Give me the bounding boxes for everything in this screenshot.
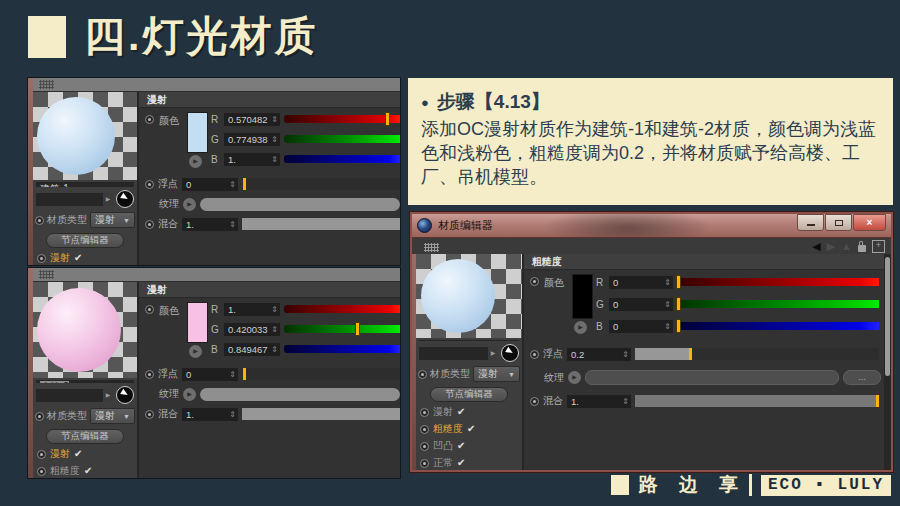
radio-icon[interactable] <box>145 410 154 419</box>
radio-icon[interactable] <box>420 425 429 434</box>
back-icon[interactable]: ◀ <box>812 241 820 252</box>
slider-handle[interactable] <box>677 298 680 310</box>
material-type-dropdown[interactable]: 漫射 ▼ <box>90 212 135 228</box>
slider-handle[interactable] <box>677 320 680 332</box>
g-value-field[interactable]: 0.420033⇕ <box>224 323 280 336</box>
channel-row-roughness[interactable]: 粗糙度 ✔ <box>37 464 137 478</box>
float-value-field[interactable]: 0⇕ <box>182 368 238 381</box>
expand-circle-icon[interactable]: ▶ <box>574 321 587 334</box>
expand-icon[interactable]: ▶ <box>103 193 113 206</box>
radio-icon[interactable] <box>420 408 429 417</box>
color-swatch[interactable] <box>572 274 593 319</box>
material-type-dropdown[interactable]: 漫射 ▼ <box>473 366 520 382</box>
node-editor-button[interactable]: 节点编辑器 <box>430 387 508 402</box>
pick-cursor-icon[interactable] <box>501 344 519 362</box>
check-icon[interactable]: ✔ <box>457 441 465 451</box>
close-button[interactable]: × <box>853 214 886 231</box>
r-value-field[interactable]: 0.570482⇕ <box>224 113 280 126</box>
g-value-field[interactable]: 0.774938⇕ <box>224 133 280 146</box>
texture-slot[interactable] <box>200 198 400 211</box>
radio-icon[interactable] <box>420 459 429 468</box>
material-name-field[interactable]: 建筑-1 <box>36 182 134 187</box>
color-swatch[interactable] <box>187 302 208 343</box>
float-slider[interactable] <box>242 178 400 190</box>
expand-circle-icon[interactable]: ▶ <box>183 198 196 211</box>
float-value-field[interactable]: 0.2⇕ <box>567 348 631 361</box>
mix-value-field[interactable]: 1.⇕ <box>567 395 631 408</box>
color-swatch[interactable] <box>187 112 208 153</box>
r-value-field[interactable]: 0⇕ <box>609 276 673 289</box>
slider-handle[interactable] <box>689 348 692 360</box>
window-titlebar[interactable]: 材质编辑器 × <box>412 214 891 238</box>
b-gradient-slider[interactable] <box>284 155 400 163</box>
g-value-field[interactable]: 0⇕ <box>609 298 673 311</box>
texture-slot[interactable] <box>585 370 839 385</box>
shader-link-field[interactable]: ▶ <box>36 389 113 402</box>
scrollbar[interactable] <box>884 254 891 470</box>
minimize-button[interactable] <box>797 214 824 231</box>
r-value-field[interactable]: 1.⇕ <box>224 303 280 316</box>
expand-icon[interactable]: ▶ <box>103 389 113 402</box>
radio-icon[interactable] <box>145 370 154 379</box>
check-icon[interactable]: ✔ <box>74 449 82 459</box>
g-gradient-slider[interactable] <box>284 135 400 143</box>
mix-slider[interactable] <box>635 395 879 407</box>
shader-link-field[interactable]: ▶ <box>36 193 113 206</box>
b-gradient-slider[interactable] <box>677 322 879 330</box>
radio-icon[interactable] <box>35 412 44 421</box>
slider-handle[interactable] <box>243 178 246 190</box>
check-icon[interactable]: ✔ <box>457 407 465 417</box>
expand-icon[interactable]: ▶ <box>488 347 498 360</box>
maximize-button[interactable] <box>825 214 852 231</box>
expand-circle-icon[interactable]: ▶ <box>183 388 196 401</box>
node-editor-button[interactable]: 节点编辑器 <box>46 429 124 444</box>
material-preview[interactable] <box>33 282 137 378</box>
g-gradient-slider[interactable] <box>677 300 879 308</box>
channel-row-diffuse[interactable]: 漫射 ✔ <box>37 251 137 265</box>
check-icon[interactable]: ✔ <box>84 466 92 476</box>
check-icon[interactable]: ✔ <box>457 458 465 468</box>
lock-icon[interactable] <box>858 245 866 252</box>
material-name-field[interactable]: 建筑-1 <box>419 340 519 341</box>
channel-row-diffuse[interactable]: 漫射 ✔ <box>37 447 137 461</box>
b-value-field[interactable]: 0⇕ <box>609 320 673 333</box>
channel-row-bump[interactable]: 凹凸 ✔ <box>420 439 522 453</box>
radio-icon[interactable] <box>145 220 154 229</box>
b-value-field[interactable]: 1.⇕ <box>224 153 280 166</box>
slider-handle[interactable] <box>876 395 879 407</box>
radio-icon[interactable] <box>145 115 154 124</box>
float-slider[interactable] <box>242 368 400 380</box>
channel-row-normal[interactable]: 正常 ✔ <box>420 456 522 470</box>
browse-button[interactable]: ... <box>843 370 881 385</box>
radio-icon[interactable] <box>37 254 46 263</box>
mix-slider[interactable] <box>242 218 400 230</box>
radio-icon[interactable] <box>420 442 429 451</box>
up-icon[interactable]: ▲ <box>841 241 852 252</box>
pick-cursor-icon[interactable] <box>116 190 134 208</box>
grip-dots-icon[interactable] <box>39 80 54 89</box>
radio-icon[interactable] <box>37 450 46 459</box>
radio-icon[interactable] <box>418 370 427 379</box>
mix-value-field[interactable]: 1.⇕ <box>182 408 238 421</box>
radio-icon[interactable] <box>530 350 539 359</box>
channel-row-diffuse[interactable]: 漫射 ✔ <box>420 405 522 419</box>
radio-icon[interactable] <box>530 397 539 406</box>
scrollbar-thumb[interactable] <box>885 257 890 376</box>
slider-handle[interactable] <box>356 323 359 335</box>
radio-icon[interactable] <box>145 180 154 189</box>
radio-icon[interactable] <box>530 277 539 286</box>
g-gradient-slider[interactable] <box>284 325 400 333</box>
b-gradient-slider[interactable] <box>284 345 400 353</box>
r-gradient-slider[interactable] <box>284 115 400 123</box>
grip-dots-icon[interactable] <box>39 270 54 279</box>
slider-handle[interactable] <box>386 113 389 125</box>
shader-link-field[interactable]: ▶ <box>419 347 498 360</box>
r-gradient-slider[interactable] <box>677 278 879 286</box>
b-value-field[interactable]: 0.849467⇕ <box>224 343 280 356</box>
mix-value-field[interactable]: 1.⇕ <box>182 218 238 231</box>
radio-icon[interactable] <box>37 467 46 476</box>
float-value-field[interactable]: 0⇕ <box>182 178 238 191</box>
texture-slot[interactable] <box>200 388 400 401</box>
channel-row-roughness[interactable]: 粗糙度 ✔ <box>420 422 522 436</box>
radio-icon[interactable] <box>145 305 154 314</box>
